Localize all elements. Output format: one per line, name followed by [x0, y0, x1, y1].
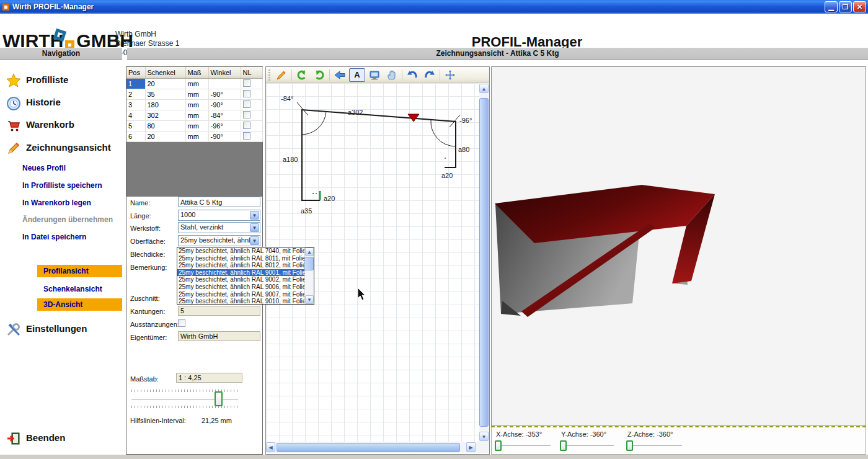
ausstanzungen-checkbox[interactable] [178, 319, 185, 327]
nl-checkbox[interactable] [243, 132, 250, 140]
oberflaeche-select[interactable]: 25my beschichtet, ähnlich▼ [178, 235, 260, 246]
status-strip [0, 455, 868, 459]
hand-icon [386, 69, 397, 81]
screen-view-button[interactable] [366, 68, 383, 82]
3d-view-panel[interactable] [491, 66, 866, 426]
dropdown-option[interactable]: 25my beschichtet, ähnlich RAL 9010, mit … [177, 298, 314, 305]
vscroll-thumb[interactable] [479, 98, 489, 427]
table-row[interactable]: 6 20 mm -90° [126, 131, 262, 141]
exit-icon [6, 431, 21, 446]
nl-checkbox[interactable] [243, 111, 250, 118]
window-titlebar[interactable]: Wirth PROFIL-Manager ▁ ❐ ✕ [0, 0, 868, 14]
undo-button[interactable] [404, 68, 420, 82]
werkstoff-label: Werkstoff: [130, 225, 161, 232]
laenge-label: Länge: [130, 212, 151, 220]
name-input[interactable] [178, 197, 260, 207]
rotate-ccw-icon [296, 69, 308, 81]
app-header: WIRTHGMBH Wirth GmbH Brehnaer Strasse 1 … [0, 14, 868, 48]
mouse-cursor [357, 287, 367, 302]
x-axis-slider-thumb[interactable] [495, 440, 502, 451]
popup-scroll-thumb[interactable] [304, 257, 314, 270]
dropdown-option[interactable]: 25my beschichtet, ähnlich RAL 9006, mit … [177, 283, 314, 291]
redo-icon [424, 69, 435, 81]
dropdown-option[interactable]: 25my beschichtet, ähnlich RAL 7040, mit … [177, 247, 314, 255]
drawing-label-angle-left: -84° [281, 95, 293, 102]
nl-checkbox[interactable] [243, 79, 250, 87]
eigentuemer-label: Eigentümer: [130, 334, 167, 341]
sidebar-item-historie[interactable]: Historie [26, 97, 61, 107]
sidebar-item-einstellungen[interactable]: Einstellungen [26, 323, 87, 334]
chevron-down-icon[interactable]: ▼ [250, 223, 259, 232]
scroll-right-icon[interactable]: ▶ [466, 442, 476, 452]
text-tool-button[interactable]: A [349, 68, 365, 82]
massstab-label: Maßstab: [130, 375, 159, 383]
sidebar-item-zeichnungsansicht[interactable]: Zeichnungsansicht [26, 142, 111, 153]
canvas-vscrollbar[interactable]: ▲ ▼ [479, 83, 489, 442]
dropdown-option[interactable]: 25my beschichtet, ähnlich RAL 8011, mit … [177, 255, 314, 262]
nl-checkbox[interactable] [243, 90, 250, 97]
back-button[interactable] [332, 68, 348, 82]
kantungen-label: Kantungen: [130, 308, 165, 315]
sidebar-item-in-profilliste-speichern[interactable]: In Profilliste speichern [22, 181, 102, 190]
hscroll-thumb[interactable] [277, 443, 460, 452]
toolbar-grip[interactable] [268, 69, 270, 81]
dropdown-option[interactable]: 25my beschichtet, ähnlich RAL 9007, mit … [177, 291, 314, 298]
sidebar-tab-profilansicht[interactable]: Profilansicht [37, 265, 122, 277]
sidebar-item-in-datei-speichern[interactable]: In Datei speichern [22, 233, 86, 241]
y-axis-slider-thumb[interactable] [560, 440, 567, 451]
sidebar: Profilliste Historie Warenkorb Zeichnung… [0, 60, 122, 455]
sidebar-item-aenderungen-uebernehmen: Änderungen übernehmen [22, 215, 113, 224]
table-row[interactable]: 1 20 mm [126, 78, 262, 89]
drawing-toolbar: A [266, 67, 489, 83]
segments-table[interactable]: Pos Schenkel Maß Winkel NL 1 20 mm 2 35 … [126, 67, 263, 142]
dropdown-option[interactable]: 25my beschichtet, ähnlich RAL 9002, mit … [177, 276, 314, 283]
chevron-down-icon[interactable]: ▼ [250, 236, 259, 245]
redo-button[interactable] [422, 68, 438, 82]
restore-button[interactable]: ❐ [839, 1, 852, 12]
sidebar-tab-schenkelansicht[interactable]: Schenkelansicht [37, 283, 122, 295]
zuschnitt-label: Zuschnitt: [130, 295, 160, 302]
move-button[interactable] [442, 68, 458, 82]
scroll-up-icon[interactable]: ▲ [305, 247, 314, 256]
nl-checkbox[interactable] [243, 100, 250, 108]
scroll-down-icon[interactable]: ▼ [305, 295, 314, 304]
scroll-up-icon[interactable]: ▲ [479, 84, 489, 93]
close-button[interactable]: ✕ [853, 1, 866, 12]
dropdown-option-selected[interactable]: 25my beschichtet, ähnlich RAL 9001, mit … [177, 269, 314, 277]
sidebar-item-in-warenkorb-legen[interactable]: In Warenkorb legen [22, 198, 91, 207]
chevron-down-icon[interactable]: ▼ [250, 211, 259, 220]
sidebar-item-neues-profil[interactable]: Neues Profil [22, 164, 66, 172]
y-axis-slider-track[interactable] [561, 445, 614, 446]
sidebar-tab-3d-ansicht[interactable]: 3D-Ansicht [37, 298, 122, 311]
rotate-ccw-button[interactable] [294, 68, 310, 82]
table-row[interactable]: 3 180 mm -90° [126, 99, 262, 110]
table-header-row: Pos Schenkel Maß Winkel NL [126, 67, 262, 78]
minimize-button[interactable]: ▁ [825, 1, 838, 12]
werkstoff-select[interactable]: Stahl, verzinkt▼ [178, 222, 260, 233]
nl-checkbox[interactable] [243, 122, 250, 129]
canvas-hscrollbar[interactable]: ◀ ▶ [266, 442, 489, 453]
table-row[interactable]: 4 302 mm -84° [126, 110, 262, 120]
pan-button[interactable] [384, 68, 400, 82]
x-axis-slider-track[interactable] [496, 445, 551, 446]
popup-scrollbar[interactable]: ▲ ▼ [304, 247, 314, 304]
scroll-down-icon[interactable]: ▼ [479, 432, 489, 441]
window-title: Wirth PROFIL-Manager [12, 2, 94, 11]
sidebar-item-beenden[interactable]: Beenden [26, 432, 65, 443]
draw-pencil-button[interactable] [273, 68, 290, 82]
sidebar-item-profilliste[interactable]: Profilliste [26, 74, 68, 85]
sidebar-item-warenkorb[interactable]: Warenkorb [26, 119, 74, 130]
ausstanzungen-label: Ausstanzungen: [130, 321, 179, 328]
dropdown-option[interactable]: 25my beschichtet, ähnlich RAL 8012, mit … [177, 262, 314, 269]
z-axis-slider-thumb[interactable] [626, 440, 633, 451]
laenge-select[interactable]: 1000▼ [178, 210, 260, 221]
rotate-cw-button[interactable] [311, 68, 327, 82]
oberflaeche-dropdown-popup[interactable]: 25my beschichtet, ähnlich RAL 7040, mit … [177, 247, 314, 305]
drawing-label-a80: a80 [458, 146, 469, 153]
scale-slider-thumb[interactable] [215, 391, 223, 406]
table-row[interactable]: 5 80 mm -96° [126, 120, 262, 131]
z-axis-slider-track[interactable] [627, 445, 682, 446]
scroll-left-icon[interactable]: ◀ [266, 442, 275, 452]
table-row[interactable]: 2 35 mm -90° [126, 89, 262, 99]
pencil-icon [276, 69, 287, 81]
